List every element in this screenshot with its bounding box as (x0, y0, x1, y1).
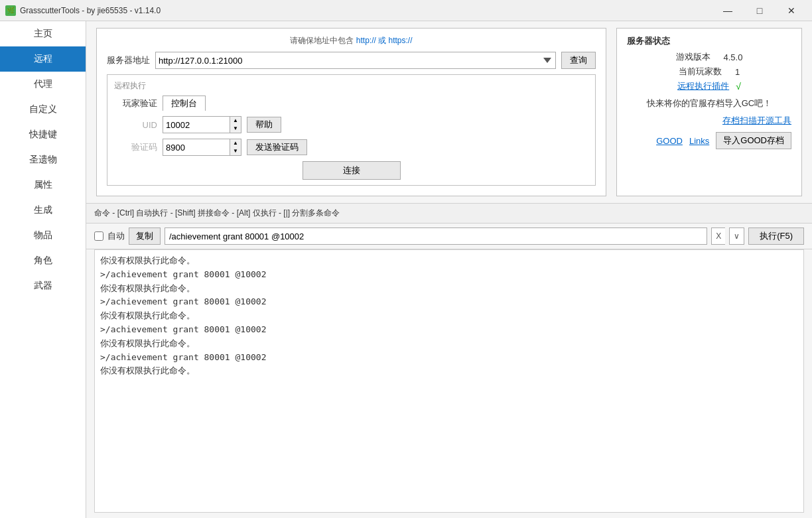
plugin-row: 远程执行插件 √ (627, 80, 791, 92)
send-verif-button[interactable]: 发送验证码 (247, 139, 307, 155)
minimize-button[interactable]: — (712, 0, 743, 21)
connect-row: 连接 (114, 161, 588, 180)
status-title: 服务器状态 (627, 35, 791, 47)
sidebar-item-shortcuts[interactable]: 快捷键 (0, 122, 86, 147)
window-controls: — □ ✕ (712, 0, 807, 21)
title-bar: 🌿 GrasscutterTools - by jie65535 - v1.14… (0, 0, 812, 21)
players-value: 1 (735, 67, 740, 77)
import-good-button[interactable]: 导入GOOD存档 (716, 132, 791, 149)
copy-button[interactable]: 复制 (129, 227, 161, 245)
content-area: 请确保地址中包含 http:// 或 https:// 服务器地址 http:/… (86, 21, 812, 518)
auto-checkbox[interactable] (94, 231, 103, 241)
sidebar-item-generate[interactable]: 生成 (0, 198, 86, 223)
input-row: 自动 复制 X ∨ 执行(F5) (86, 224, 812, 249)
sidebar-item-proxy[interactable]: 代理 (0, 72, 86, 97)
auth-type-button[interactable]: 控制台 (163, 96, 206, 111)
players-label: 当前玩家数 (679, 66, 722, 78)
sidebar-item-custom[interactable]: 自定义 (0, 97, 86, 122)
remote-panel: 请确保地址中包含 http:// 或 https:// 服务器地址 http:/… (96, 28, 606, 196)
connect-button[interactable]: 连接 (303, 161, 401, 180)
app-title: GrasscutterTools - by jie65535 - v1.14.0 (20, 6, 712, 15)
game-version-value: 4.5.0 (724, 52, 743, 62)
links-link[interactable]: Links (689, 136, 709, 146)
verif-up-arrow[interactable]: ▲ (230, 139, 241, 147)
uid-spinbox: ▲ ▼ (163, 116, 241, 133)
uid-label: UID (114, 120, 157, 130)
game-version-label: 游戏版本 (676, 51, 710, 63)
command-bar: 命令 - [Ctrl] 自动执行 - [Shift] 拼接命令 - [Alt] … (86, 203, 812, 224)
archive-link[interactable]: 存档扫描开源工具 (627, 115, 791, 127)
plugin-link[interactable]: 远程执行插件 (677, 80, 729, 92)
remote-exec-label: 远程执行 (114, 80, 588, 92)
good-link[interactable]: GOOD (656, 136, 683, 146)
clear-x-button[interactable]: X (711, 227, 725, 245)
server-status-panel: 服务器状态 游戏版本 4.5.0 当前玩家数 1 远程执行插件 √ 快来将你的官… (616, 28, 802, 196)
uid-input[interactable] (163, 117, 230, 133)
verif-spinbox-arrows: ▲ ▼ (230, 139, 241, 155)
uid-spinbox-arrows: ▲ ▼ (230, 117, 241, 133)
output-line: >/achievement grant 80001 @10002 (100, 268, 798, 282)
sidebar-item-characters[interactable]: 角色 (0, 248, 86, 273)
sidebar-item-remote[interactable]: 远程 (0, 46, 86, 72)
sidebar-item-artifacts[interactable]: 圣遗物 (0, 147, 86, 172)
output-line: 你没有权限执行此命令。 (100, 309, 798, 323)
uid-row: UID ▲ ▼ 帮助 (114, 116, 588, 133)
help-button[interactable]: 帮助 (247, 117, 281, 133)
output-line: >/achievement grant 80001 @10002 (100, 323, 798, 337)
verif-label: 验证码 (114, 141, 157, 153)
game-version-row: 游戏版本 4.5.0 (627, 51, 791, 63)
query-button[interactable]: 查询 (561, 52, 596, 69)
output-line: >/achievement grant 80001 @10002 (100, 295, 798, 309)
top-panel: 请确保地址中包含 http:// 或 https:// 服务器地址 http:/… (86, 21, 812, 203)
dropdown-arrow-button[interactable]: ∨ (729, 227, 744, 245)
command-input[interactable] (165, 227, 707, 245)
sidebar-item-attributes[interactable]: 属性 (0, 172, 86, 198)
auto-label: 自动 (107, 230, 125, 242)
sidebar-item-home[interactable]: 主页 (0, 21, 86, 46)
exec-button[interactable]: 执行(F5) (748, 227, 804, 245)
uid-up-arrow[interactable]: ▲ (230, 117, 241, 125)
main-layout: 主页远程代理自定义快捷键圣遗物属性生成物品角色武器 请确保地址中包含 http:… (0, 21, 812, 518)
verif-row: 验证码 ▲ ▼ 发送验证码 (114, 139, 588, 156)
verif-spinbox: ▲ ▼ (163, 139, 241, 156)
output-line: 你没有权限执行此命令。 (100, 282, 798, 296)
command-bar-text: 命令 - [Ctrl] 自动执行 - [Shift] 拼接命令 - [Alt] … (94, 208, 340, 218)
output-line: 你没有权限执行此命令。 (100, 337, 798, 351)
output-line: >/achievement grant 80001 @10002 (100, 351, 798, 365)
output-line: 你没有权限执行此命令。 (100, 364, 798, 378)
sidebar-item-weapons[interactable]: 武器 (0, 273, 86, 298)
import-hint: 快来将你的官服存档导入GC吧！ (627, 97, 791, 109)
player-auth-row: 玩家验证 控制台 (114, 96, 588, 111)
app-icon: 🌿 (5, 5, 16, 16)
player-auth-label: 玩家验证 (114, 97, 157, 109)
plugin-check: √ (736, 81, 741, 92)
players-row: 当前玩家数 1 (627, 66, 791, 78)
output-area: 你没有权限执行此命令。>/achievement grant 80001 @10… (94, 249, 804, 513)
import-btns-row: GOOD Links 导入GOOD存档 (627, 132, 791, 149)
remote-exec-group: 远程执行 玩家验证 控制台 UID ▲ ▼ (107, 74, 596, 186)
verif-down-arrow[interactable]: ▼ (230, 147, 241, 155)
output-line: 你没有权限执行此命令。 (100, 254, 798, 268)
sidebar: 主页远程代理自定义快捷键圣遗物属性生成物品角色武器 (0, 21, 86, 518)
remote-hint: 请确保地址中包含 http:// 或 https:// (107, 35, 596, 46)
sidebar-item-items[interactable]: 物品 (0, 223, 86, 248)
server-addr-select[interactable]: http://127.0.0.1:21000 (155, 52, 556, 69)
maximize-button[interactable]: □ (744, 0, 775, 21)
server-addr-row: 服务器地址 http://127.0.0.1:21000 查询 (107, 52, 596, 69)
hint-highlight: http:// 或 https:// (356, 36, 413, 45)
server-addr-label: 服务器地址 (107, 54, 150, 66)
uid-down-arrow[interactable]: ▼ (230, 125, 241, 133)
close-button[interactable]: ✕ (776, 0, 807, 21)
verif-input[interactable] (163, 139, 230, 155)
